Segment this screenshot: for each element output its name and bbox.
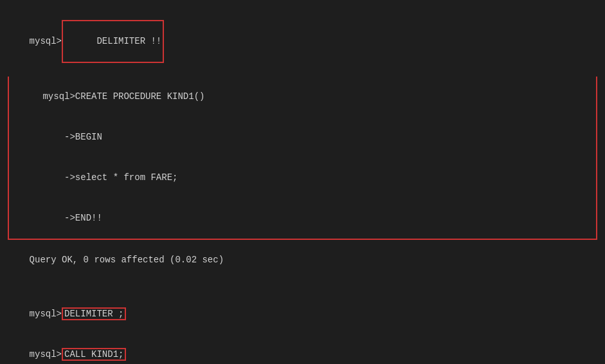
- cmd-delimiter-semi: DELIMITER ;: [64, 309, 123, 319]
- redbox-call: CALL KIND1;: [62, 348, 126, 361]
- redbox-middle: mysql>CREATE PROCEDURE KIND1() ->BEGIN -…: [8, 77, 597, 239]
- prompt-1: mysql>: [30, 36, 62, 46]
- line-begin: ->BEGIN: [10, 117, 595, 158]
- line-call: mysql>CALL KIND1;: [8, 334, 597, 364]
- prompt-2: mysql>: [42, 91, 75, 102]
- arrow-1: ->: [42, 132, 75, 142]
- redbox-group: DELIMITER !!: [62, 20, 164, 63]
- line-delimiter-semi: mysql>DELIMITER ;: [8, 294, 597, 334]
- line-delimiter-block: mysql> DELIMITER !!: [8, 6, 597, 77]
- terminal: mysql> DELIMITER !! mysql>CREATE PROCEDU…: [8, 6, 597, 364]
- cmd-select: select * from FARE;: [75, 172, 178, 183]
- redbox-delimiter-semi: DELIMITER ;: [62, 307, 126, 320]
- line-end: ->END!!: [10, 198, 595, 239]
- cmd-call: CALL KIND1;: [64, 349, 123, 359]
- prompt-4: mysql>: [30, 349, 62, 359]
- cmd-begin: BEGIN: [75, 132, 102, 142]
- cmd-create-proc: CREATE PROCEDURE KIND1(): [75, 91, 205, 102]
- cmd-end: END!!: [75, 213, 102, 223]
- arrow-3: ->: [42, 213, 75, 223]
- arrow-2: ->: [42, 172, 75, 183]
- cmd-delimiter: DELIMITER !!: [96, 36, 161, 46]
- line-status-1: Query OK, 0 rows affected (0.02 sec): [8, 240, 597, 280]
- status-text-1: Query OK, 0 rows affected (0.02 sec): [30, 255, 224, 265]
- line-select: ->select * from FARE;: [10, 158, 595, 198]
- prompt-3: mysql>: [30, 309, 62, 319]
- blank-1: [8, 280, 597, 294]
- line-create-proc: mysql>CREATE PROCEDURE KIND1(): [10, 77, 595, 117]
